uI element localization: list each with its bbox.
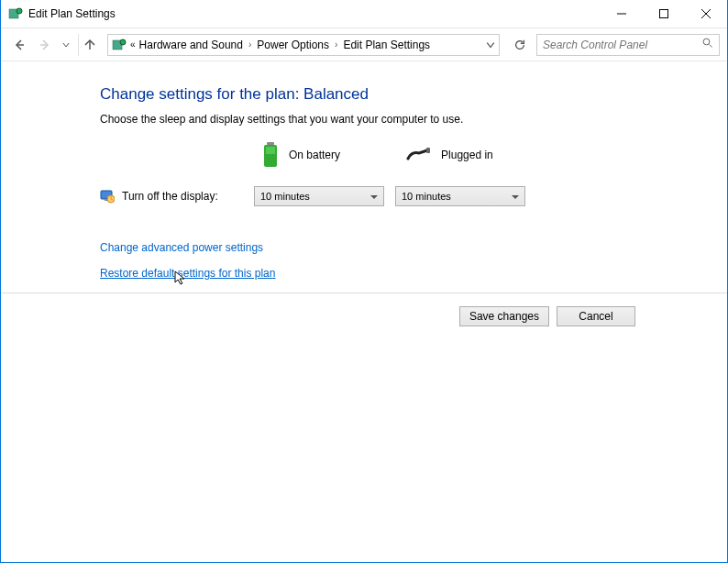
chevron-down-icon[interactable]	[486, 40, 495, 50]
search-box[interactable]	[536, 34, 720, 56]
svg-rect-15	[266, 147, 275, 154]
window-title: Edit Plan Settings	[28, 7, 601, 20]
button-row: Save changes Cancel	[1, 293, 727, 326]
chevron-right-icon: ›	[248, 39, 251, 50]
display-icon	[100, 189, 115, 204]
battery-label: On battery	[289, 149, 340, 161]
navbar: « Hardware and Sound › Power Options › E…	[1, 28, 727, 61]
titlebar: Edit Plan Settings	[1, 0, 727, 28]
content-area: Change settings for the plan: Balanced C…	[1, 61, 727, 280]
breadcrumb-item[interactable]: Power Options	[257, 39, 329, 51]
breadcrumb-prefix: «	[130, 39, 136, 50]
display-battery-dropdown[interactable]: 10 minutes	[254, 186, 384, 206]
up-button[interactable]	[78, 34, 100, 56]
maximize-button[interactable]	[643, 0, 685, 28]
svg-point-10	[120, 39, 126, 45]
plug-icon	[406, 148, 432, 162]
svg-line-12	[710, 45, 712, 48]
page-heading: Change settings for the plan: Balanced	[100, 85, 727, 104]
forward-button[interactable]	[34, 34, 56, 56]
restore-defaults-link[interactable]: Restore default settings for this plan	[100, 267, 727, 280]
breadcrumb-item[interactable]: Hardware and Sound	[139, 39, 243, 51]
display-off-row: Turn off the display: 10 minutes 10 minu…	[100, 186, 727, 206]
search-icon[interactable]	[702, 38, 713, 51]
back-button[interactable]	[8, 34, 30, 56]
search-input[interactable]	[543, 39, 702, 51]
svg-rect-3	[660, 10, 668, 18]
svg-point-1	[17, 8, 22, 14]
plugged-label: Plugged in	[441, 149, 493, 161]
cancel-button[interactable]: Cancel	[557, 306, 635, 326]
save-button[interactable]: Save changes	[459, 306, 549, 326]
display-plugged-dropdown[interactable]: 10 minutes	[395, 186, 525, 206]
advanced-settings-link[interactable]: Change advanced power settings	[100, 241, 727, 254]
display-off-label: Turn off the display:	[122, 190, 254, 203]
column-headers: On battery Plugged in	[100, 142, 727, 168]
dropdown-value: 10 minutes	[260, 191, 310, 202]
history-dropdown[interactable]	[60, 41, 72, 49]
svg-rect-16	[426, 148, 430, 153]
minimize-button[interactable]	[601, 0, 643, 28]
svg-point-11	[703, 39, 710, 45]
battery-icon	[261, 142, 280, 168]
breadcrumb[interactable]: « Hardware and Sound › Power Options › E…	[107, 34, 500, 56]
chevron-right-icon: ›	[335, 39, 337, 50]
breadcrumb-item[interactable]: Edit Plan Settings	[343, 39, 430, 51]
control-panel-icon	[112, 38, 127, 52]
refresh-button[interactable]	[509, 34, 531, 56]
svg-rect-13	[267, 142, 274, 145]
dropdown-value: 10 minutes	[402, 191, 451, 202]
close-button[interactable]	[685, 0, 727, 28]
page-subheading: Choose the sleep and display settings th…	[100, 113, 727, 126]
control-panel-icon	[8, 6, 23, 21]
